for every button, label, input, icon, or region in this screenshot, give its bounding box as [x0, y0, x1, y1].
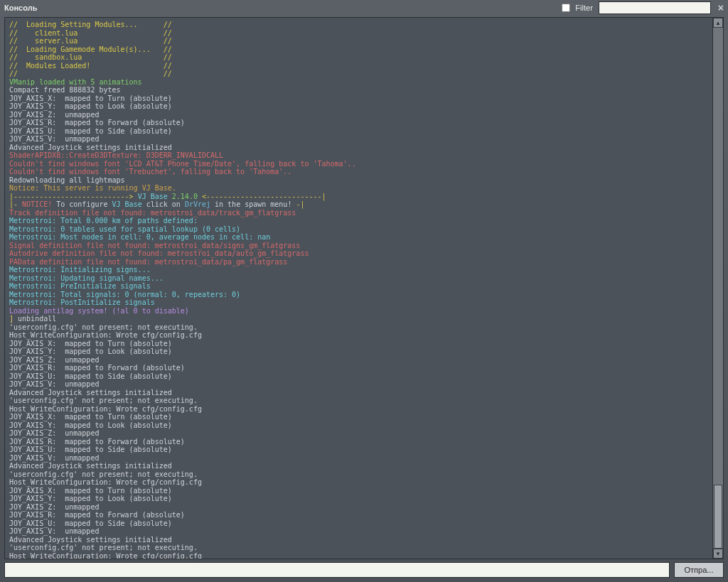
log-line: JOY_AXIS_R: mapped to Forward (absolute): [9, 438, 710, 446]
log-line: Host_WriteConfiguration: Wrote cfg/confi…: [9, 478, 710, 487]
log-line: Couldn't find windows font 'Trebuchet', …: [9, 168, 710, 176]
log-line: PAData definition file not found: metros…: [9, 258, 710, 266]
log-line: JOY_AXIS_Y: mapped to Look (absolute): [9, 421, 710, 430]
log-line: VManip loaded with 5 animations: [9, 78, 710, 87]
log-line: JOY_AXIS_Y: mapped to Look (absolute): [9, 347, 710, 356]
log-line: Metrostroi: Total 0.000 km of paths defi…: [9, 217, 710, 225]
log-line: JOY_AXIS_Z: unmapped: [9, 429, 710, 438]
filter-label: Filter: [575, 4, 592, 12]
log-line: Metrostroi: Initializing signs...: [9, 266, 710, 274]
log-line: Host_WriteConfiguration: Wrote cfg/confi…: [9, 552, 710, 560]
log-line: JOY_AXIS_Y: mapped to Look (absolute): [9, 495, 710, 503]
log-line: Redownloading all lightmaps: [9, 176, 710, 185]
log-line: Advanced Joystick settings initialized: [9, 389, 710, 397]
log-line: JOY_AXIS_U: mapped to Side (absolute): [9, 372, 710, 381]
log-line: JOY_AXIS_U: mapped to Side (absolute): [9, 127, 710, 136]
log-line: |- NOTICE! To configure VJ Base click on…: [9, 200, 710, 209]
log-line: JOY_AXIS_R: mapped to Forward (absolute): [9, 511, 710, 519]
log-line: JOY_AXIS_U: mapped to Side (absolute): [9, 446, 710, 454]
log-line: Host_WriteConfiguration: Wrote cfg/confi…: [9, 331, 710, 340]
filter-toggle[interactable]: Filter: [559, 1, 592, 14]
log-line: // client.lua //: [9, 29, 710, 38]
console-output[interactable]: // Loading Setting Modules... //// clien…: [5, 18, 713, 559]
log-line: JOY_AXIS_X: mapped to Turn (absolute): [9, 95, 710, 103]
log-line: Metrostroi: Most nodes in cell: 0, avera…: [9, 233, 710, 242]
log-line: // sandbox.lua //: [9, 53, 710, 62]
log-line: JOY_AXIS_Y: mapped to Look (absolute): [9, 102, 710, 111]
log-line: JOY_AXIS_R: mapped to Forward (absolute): [9, 364, 710, 372]
log-line: JOY_AXIS_X: mapped to Turn (absolute): [9, 340, 710, 348]
send-button[interactable]: Отпра...: [674, 562, 724, 578]
command-input[interactable]: [4, 562, 670, 578]
log-line: Notice: This server is running VJ Base.: [9, 184, 710, 193]
log-line: Compact freed 888832 bytes: [9, 86, 710, 95]
log-line: Host_WriteConfiguration: Wrote cfg/confi…: [9, 405, 710, 414]
log-line: // Loading Gamemode Module(s)... //: [9, 45, 710, 54]
scroll-thumb[interactable]: [714, 485, 722, 549]
log-line: JOY_AXIS_X: mapped to Turn (absolute): [9, 487, 710, 495]
log-line: JOY_AXIS_V: unmapped: [9, 380, 710, 389]
log-line: Couldn't find windows font 'LCD AT&T Pho…: [9, 160, 710, 168]
log-line: Advanced Joystick settings initialized: [9, 462, 710, 470]
log-line: ] unbindall: [9, 315, 710, 323]
log-line: Metrostroi: Updating signal names...: [9, 274, 710, 283]
filter-input[interactable]: [599, 1, 711, 14]
log-line: JOY_AXIS_V: unmapped: [9, 454, 710, 463]
log-line: Metrostroi: Total signals: 0 (normal: 0,…: [9, 291, 710, 299]
log-line: ShaderAPIDX8::CreateD3DTexture: D3DERR_I…: [9, 151, 710, 160]
log-line: |---------------------------> VJ Base 2.…: [9, 193, 710, 201]
console-output-frame: // Loading Setting Modules... //// clien…: [4, 17, 724, 559]
log-line: 'userconfig.cfg' not present; not execut…: [9, 544, 710, 552]
log-line: Track definition file not found: metrost…: [9, 209, 710, 217]
log-line: // //: [9, 70, 710, 78]
log-line: Advanced Joystick settings initialized: [9, 144, 710, 152]
scroll-down-button[interactable]: ▼: [713, 549, 723, 559]
log-line: // Loading Setting Modules... //: [9, 21, 710, 29]
window-title: Консоль: [4, 4, 37, 12]
log-line: JOY_AXIS_V: unmapped: [9, 527, 710, 536]
log-line: JOY_AXIS_V: unmapped: [9, 135, 710, 144]
log-line: JOY_AXIS_X: mapped to Turn (absolute): [9, 413, 710, 421]
log-line: Metrostroi: 0 tables used for spatial lo…: [9, 225, 710, 234]
log-line: 'userconfig.cfg' not present; not execut…: [9, 323, 710, 332]
command-bar: Отпра...: [4, 562, 724, 578]
log-line: JOY_AXIS_U: mapped to Side (absolute): [9, 519, 710, 528]
log-line: Autodrive definition file not found: met…: [9, 249, 710, 258]
close-icon[interactable]: ×: [718, 2, 724, 14]
log-line: Advanced Joystick settings initialized: [9, 536, 710, 544]
log-line: JOY_AXIS_Z: unmapped: [9, 111, 710, 119]
titlebar: Консоль Filter ×: [0, 0, 728, 16]
log-line: Metrostroi: PreInitialize signals: [9, 282, 710, 291]
log-line: 'userconfig.cfg' not present; not execut…: [9, 397, 710, 405]
log-line: // Modules Loaded! //: [9, 62, 710, 70]
log-line: 'userconfig.cfg' not present; not execut…: [9, 470, 710, 479]
filter-checkbox[interactable]: [562, 4, 570, 12]
log-line: JOY_AXIS_Z: unmapped: [9, 356, 710, 365]
log-line: JOY_AXIS_Z: unmapped: [9, 503, 710, 512]
scroll-up-button[interactable]: ▲: [713, 18, 723, 28]
log-line: // server.lua //: [9, 37, 710, 45]
log-line: Metrostroi: PostInitialize signals: [9, 298, 710, 307]
scrollbar[interactable]: ▲ ▼: [712, 18, 723, 559]
log-line: Loading antilag system! (!al 0 to disabl…: [9, 307, 710, 316]
log-line: JOY_AXIS_R: mapped to Forward (absolute): [9, 119, 710, 127]
log-line: Signal definition file not found: metros…: [9, 242, 710, 250]
